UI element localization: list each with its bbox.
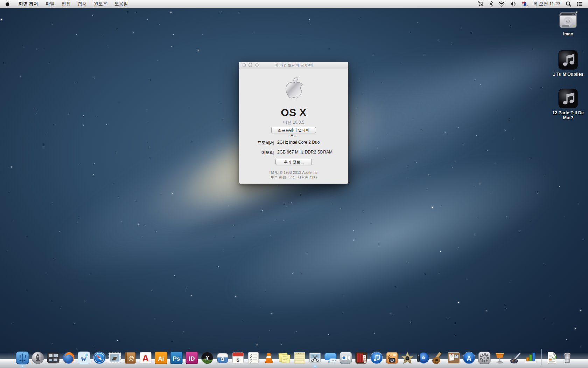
memory-value: 2GB 667 MHz DDR2 SDRAM [277, 150, 332, 156]
korean-input-icon[interactable]: 2 [519, 0, 530, 8]
menu-clock[interactable]: 목 오전 11:27 [530, 1, 563, 7]
software-update-button[interactable]: 소프트웨어 업데이트... [271, 127, 316, 133]
active-app-menu[interactable]: 화면 캡처 [15, 0, 42, 8]
dock-divider [541, 349, 542, 365]
dock-item-document[interactable] [545, 351, 559, 365]
desktop-screen: 화면 캡처 파일편집캡처윈도우도움말 2목 오전 11:27 이 매킨토시에 관… [0, 0, 588, 368]
svg-text:A: A [142, 353, 149, 363]
menu-bar: 화면 캡처 파일편집캡처윈도우도움말 2목 오전 11:27 [0, 0, 588, 8]
dock-item-itunes[interactable] [370, 351, 384, 365]
notification-center-icon[interactable] [574, 0, 585, 8]
os-version: 버전 10.8.5 [239, 120, 348, 125]
svg-text:@: @ [128, 355, 134, 362]
memory-row: 메모리 2GB 667 MHz DDR2 SDRAM [239, 150, 348, 156]
desktop-icon-label: 12 Parle-T-Il De Moi? [549, 110, 587, 120]
processor-row: 프로세서 2GHz Intel Core 2 Duo [239, 140, 348, 146]
bluetooth-icon[interactable] [486, 0, 496, 8]
desktop-icon-label: 1 Tu M'Oublies [549, 72, 587, 77]
more-info-button[interactable]: 추가 정보... [275, 159, 312, 165]
wallpaper [0, 0, 588, 368]
dock-item-grab[interactable] [308, 351, 322, 365]
dock-item-iweb[interactable] [447, 351, 461, 365]
dock-item-trash[interactable] [560, 351, 574, 365]
dock-item-mission-control[interactable] [46, 351, 60, 365]
memory-label: 메모리 [239, 150, 274, 156]
menu-item-1[interactable]: 파일 [42, 0, 58, 8]
svg-text:5: 5 [237, 357, 239, 363]
menu-item-2[interactable]: 편집 [58, 0, 74, 8]
dock-item-imovie[interactable] [400, 351, 414, 365]
dock-item-idvd[interactable] [416, 351, 430, 365]
desktop-icon-label: imac [549, 32, 587, 36]
spotlight-icon[interactable] [563, 0, 574, 8]
dock-item-indesign[interactable]: ID [185, 351, 199, 365]
desktop-icon-12-parle-t-il-de-moi[interactable]: 12 Parle-T-Il De Moi? [549, 88, 587, 120]
desktop-icon-1-tu-m-oublies[interactable]: 1 Tu M'Oublies [549, 49, 587, 77]
dock-item-garageband[interactable] [431, 351, 445, 365]
dock-item-stickies[interactable] [277, 351, 291, 365]
menu-left: 화면 캡처 파일편집캡처윈도우도움말 [0, 0, 132, 8]
menu-item-3[interactable]: 캡처 [74, 0, 90, 8]
dock-item-photo-booth[interactable] [354, 351, 368, 365]
dock-item-adobe-reader[interactable]: A [139, 351, 153, 365]
dock-item-finder[interactable] [15, 351, 29, 365]
apple-logo-large [283, 76, 304, 103]
time-machine-icon[interactable] [475, 0, 486, 8]
svg-text:Ai: Ai [158, 355, 164, 362]
dock-item-web-w[interactable]: w [77, 351, 91, 365]
dock-item-mail[interactable] [108, 351, 122, 365]
dock-item-system-preferences[interactable] [477, 351, 491, 365]
menu-item-4[interactable]: 윈도우 [90, 0, 111, 8]
about-this-mac-window: 이 매킨토시에 관하여 OS X 버전 10.8.5 소프트웨어 업데이 [239, 62, 348, 184]
dock-item-app-store[interactable]: A [462, 351, 476, 365]
svg-text:X: X [205, 355, 209, 361]
copyright-line-2: 모든 권리 보유. 사용권 계약 [239, 175, 348, 180]
dock-item-safari[interactable] [92, 351, 106, 365]
menu-item-5[interactable]: 도움말 [111, 0, 132, 8]
dock-item-illustrator[interactable]: Ai [154, 351, 168, 365]
dock-item-keynote[interactable] [493, 351, 507, 365]
svg-text:A: A [467, 355, 471, 362]
dock-item-iphoto[interactable] [385, 351, 399, 365]
desktop-icon-imac[interactable]: imac [549, 11, 587, 36]
svg-text:2: 2 [526, 5, 528, 7]
dock-item-contacts[interactable]: @ [123, 351, 137, 365]
dock-item-x-media[interactable]: X [200, 351, 214, 365]
volume-icon[interactable] [507, 0, 519, 8]
svg-text:Ps: Ps [173, 355, 180, 362]
processor-value: 2GHz Intel Core 2 Duo [277, 140, 320, 146]
dock-item-launchpad[interactable] [31, 351, 45, 365]
apple-menu[interactable] [0, 0, 15, 8]
processor-label: 프로세서 [239, 140, 274, 146]
apple-logo-icon [5, 1, 10, 7]
svg-text:ID: ID [189, 355, 195, 362]
dock-item-facetime[interactable] [339, 351, 353, 365]
dock-item-calendar[interactable]: 5 [231, 351, 245, 365]
window-title: 이 매킨토시에 관하여 [239, 62, 348, 69]
dock-item-pages[interactable] [508, 351, 522, 365]
dock-item-toast[interactable] [216, 351, 230, 365]
dock: w@AAiPsIDX5A [15, 349, 574, 365]
wifi-icon[interactable] [496, 0, 507, 8]
copyright-line-1: TM 및 © 1983-2013 Apple Inc. [239, 170, 348, 175]
os-name: OS X [239, 107, 348, 118]
running-indicator [21, 365, 24, 368]
window-titlebar[interactable]: 이 매킨토시에 관하여 [239, 62, 348, 69]
dock-item-vlc[interactable] [262, 351, 276, 365]
menu-right: 2목 오전 11:27 [475, 0, 588, 8]
dock-item-reminders[interactable] [246, 351, 260, 365]
dock-item-photoshop[interactable]: Ps [169, 351, 183, 365]
dock-item-numbers[interactable] [524, 351, 538, 365]
dock-item-firefox[interactable] [62, 351, 76, 365]
running-indicator [314, 365, 316, 368]
dock-item-notes[interactable] [293, 351, 307, 365]
dock-item-messages[interactable] [323, 351, 337, 365]
